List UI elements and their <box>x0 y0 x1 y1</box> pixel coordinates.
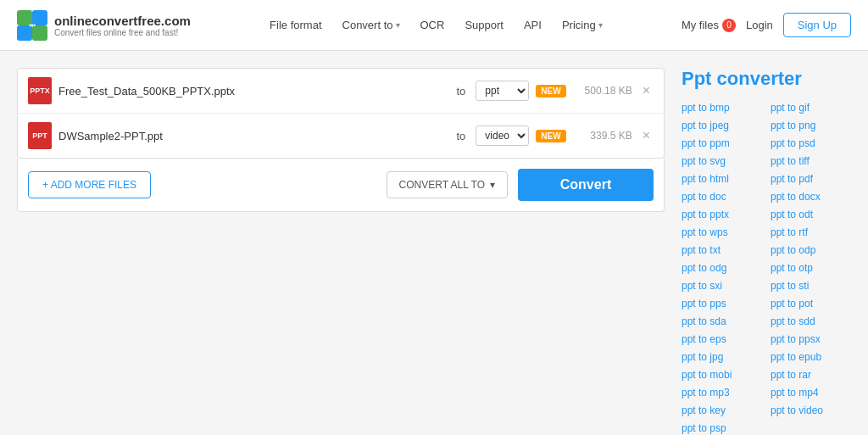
sidebar-link-item[interactable]: ppt to mp4 <box>771 385 851 400</box>
sidebar-link-item[interactable]: ppt to doc <box>682 189 762 204</box>
signup-button[interactable]: Sign Up <box>783 13 851 37</box>
sidebar: Ppt converter ppt to bmpppt to gifppt to… <box>682 68 851 435</box>
file-icon-2: PPT <box>28 122 52 149</box>
to-label-1: to <box>456 85 465 98</box>
logo-icon: ↔ <box>17 10 47 41</box>
nav-api-label: API <box>524 19 542 31</box>
file-size-1: 500.18 KB <box>573 85 632 97</box>
logo-area: ↔ onlineconvertfree.com Convert files on… <box>17 10 191 41</box>
nav-file-format[interactable]: File format <box>261 14 330 36</box>
file-list: PPTX Free_Test_Data_500KB_PPTX.pptx to p… <box>17 68 665 159</box>
sidebar-link-item[interactable]: ppt to sda <box>682 314 762 329</box>
sidebar-link-item[interactable]: ppt to png <box>771 118 851 133</box>
convert-all-button[interactable]: CONVERT ALL TO ▾ <box>387 171 508 198</box>
sidebar-link-item[interactable]: ppt to eps <box>682 332 762 347</box>
sidebar-link-item[interactable]: ppt to odg <box>682 260 762 276</box>
sidebar-link-item[interactable]: ppt to key <box>682 403 762 418</box>
logo-tagline: Convert files online free and fast! <box>54 28 191 37</box>
sidebar-link-item[interactable]: ppt to psp <box>682 421 762 435</box>
table-row: PPTX Free_Test_Data_500KB_PPTX.pptx to p… <box>18 69 664 114</box>
converter-toolbar: + ADD MORE FILES CONVERT ALL TO ▾ Conver… <box>17 159 665 212</box>
nav-pricing-arrow: ▾ <box>598 20 603 30</box>
sidebar-link-item[interactable]: ppt to ppm <box>682 136 762 151</box>
main-nav: File format Convert to ▾ OCR Support API… <box>261 14 611 36</box>
sidebar-link-item[interactable]: ppt to tiff <box>771 153 851 169</box>
sidebar-link-item[interactable]: ppt to psd <box>771 136 851 151</box>
add-files-button[interactable]: + ADD MORE FILES <box>28 171 151 198</box>
remove-file-1-button[interactable]: × <box>639 83 654 98</box>
convert-all-label: CONVERT ALL TO <box>399 179 485 191</box>
sidebar-link-item[interactable]: ppt to rtf <box>771 225 851 240</box>
nav-support[interactable]: Support <box>456 14 512 36</box>
nav-file-format-label: File format <box>270 19 321 31</box>
nav-convert-to-label: Convert to <box>342 19 393 31</box>
svg-text:↔: ↔ <box>26 18 38 31</box>
sidebar-link-item[interactable]: ppt to pot <box>771 296 851 311</box>
sidebar-link-item[interactable]: ppt to ppsx <box>771 332 851 347</box>
sidebar-link-item[interactable]: ppt to sxi <box>682 278 762 293</box>
nav-support-label: Support <box>465 19 504 31</box>
header-right: My files 0 Login Sign Up <box>682 13 851 37</box>
file-name-1: Free_Test_Data_500KB_PPTX.pptx <box>58 85 446 98</box>
sidebar-link-item[interactable]: ppt to odt <box>771 207 851 222</box>
nav-pricing-label: Pricing <box>562 19 596 31</box>
sidebar-link-item[interactable]: ppt to mp3 <box>682 385 762 400</box>
nav-ocr-label: OCR <box>420 19 445 31</box>
login-button[interactable]: Login <box>746 19 773 31</box>
sidebar-link-item[interactable]: ppt to jpg <box>682 349 762 365</box>
sidebar-link-item[interactable]: ppt to odp <box>771 243 851 258</box>
new-badge-1: NEW <box>536 85 565 98</box>
sidebar-link-item[interactable]: ppt to rar <box>771 367 851 382</box>
sidebar-link-item[interactable]: ppt to txt <box>682 243 762 258</box>
nav-ocr[interactable]: OCR <box>412 14 453 36</box>
logo-text-area: onlineconvertfree.com Convert files onli… <box>54 14 191 37</box>
convert-button[interactable]: Convert <box>518 169 654 201</box>
sidebar-title: Ppt converter <box>682 68 851 90</box>
sidebar-link-item[interactable]: ppt to mobi <box>682 367 762 382</box>
sidebar-link-item[interactable]: ppt to wps <box>682 225 762 240</box>
converter-area: PPTX Free_Test_Data_500KB_PPTX.pptx to p… <box>17 68 665 435</box>
format-select-1[interactable]: ppt video pdf jpg <box>476 81 529 101</box>
table-row: PPT DWSample2-PPT.ppt to video ppt pdf j… <box>18 114 664 158</box>
logo-name: onlineconvertfree.com <box>54 14 191 28</box>
main-content: PPTX Free_Test_Data_500KB_PPTX.pptx to p… <box>0 51 868 435</box>
file-size-2: 339.5 KB <box>573 130 632 142</box>
to-label-2: to <box>456 130 465 142</box>
new-badge-2: NEW <box>536 130 565 142</box>
sidebar-link-item[interactable]: ppt to bmp <box>682 100 762 115</box>
sidebar-link-item[interactable]: ppt to svg <box>682 153 762 169</box>
sidebar-link-item[interactable]: ppt to sdd <box>771 314 851 329</box>
file-icon-1: PPTX <box>28 77 52 104</box>
sidebar-link-item[interactable]: ppt to html <box>682 171 762 187</box>
sidebar-link-grid: ppt to bmpppt to gifppt to jpegppt to pn… <box>682 100 851 435</box>
remove-file-2-button[interactable]: × <box>639 128 654 143</box>
my-files-badge: 0 <box>722 19 736 32</box>
nav-convert-to[interactable]: Convert to ▾ <box>334 14 409 36</box>
nav-api[interactable]: API <box>515 14 550 36</box>
sidebar-link-item[interactable]: ppt to otp <box>771 260 851 276</box>
nav-convert-to-arrow: ▾ <box>396 20 400 30</box>
convert-all-arrow-icon: ▾ <box>490 179 495 191</box>
sidebar-link-item[interactable]: ppt to sti <box>771 278 851 293</box>
my-files-button[interactable]: My files 0 <box>682 19 736 32</box>
sidebar-link-item[interactable]: ppt to jpeg <box>682 118 762 133</box>
nav-pricing[interactable]: Pricing ▾ <box>554 14 611 36</box>
file-name-2: DWSample2-PPT.ppt <box>58 130 446 142</box>
format-select-2[interactable]: video ppt pdf jpg <box>476 125 529 146</box>
sidebar-link-item[interactable]: ppt to epub <box>771 349 851 365</box>
sidebar-link-item[interactable]: ppt to docx <box>771 189 851 204</box>
sidebar-link-item[interactable]: ppt to video <box>771 403 851 418</box>
sidebar-link-item[interactable]: ppt to pptx <box>682 207 762 222</box>
sidebar-link-item[interactable]: ppt to pps <box>682 296 762 311</box>
my-files-label: My files <box>682 19 719 31</box>
sidebar-link-item[interactable]: ppt to gif <box>771 100 851 115</box>
header: ↔ onlineconvertfree.com Convert files on… <box>0 0 868 51</box>
sidebar-link-item[interactable]: ppt to pdf <box>771 171 851 187</box>
